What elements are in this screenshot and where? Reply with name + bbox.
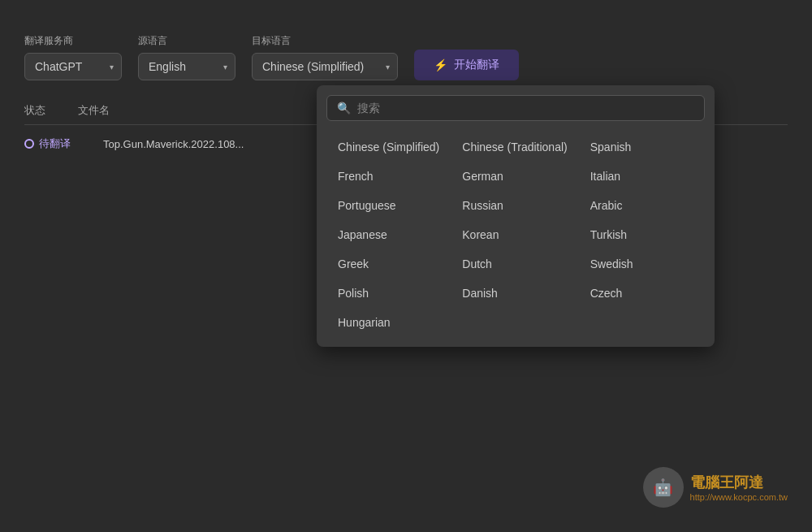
col-status-header: 状态 [24,103,45,118]
language-item[interactable]: Japanese [326,220,451,249]
start-translation-button[interactable]: ⚡ 开始翻译 [414,50,519,80]
source-language-label: 源语言 [138,34,235,48]
search-box: 🔍 [326,95,705,121]
language-item[interactable]: Turkish [579,220,702,249]
language-item[interactable]: Swedish [579,249,702,279]
provider-label: 翻译服务商 [24,34,122,48]
source-language-select[interactable]: English [138,53,235,80]
source-language-field-group: 源语言 English ▾ [138,34,235,80]
search-icon: 🔍 [337,102,351,115]
top-bar: 翻译服务商 ChatGPT ▾ 源语言 English ▾ 目标语言 [24,34,788,80]
col-filename-header: 文件名 [78,103,110,118]
language-item[interactable]: Chinese (Simplified) [326,132,451,162]
watermark-text-block: 電腦王阿達 http://www.kocpc.com.tw [690,473,788,502]
language-item[interactable]: Spanish [579,132,702,162]
target-language-field-group: 目标语言 Chinese (Simplified) ▾ [252,34,398,80]
language-item[interactable]: French [326,162,451,191]
language-item[interactable]: Korean [451,220,578,249]
target-language-label: 目标语言 [252,34,398,48]
provider-field-group: 翻译服务商 ChatGPT ▾ [24,34,122,80]
watermark-logo: 🤖 [643,467,684,508]
language-item[interactable]: Russian [451,191,578,220]
language-search-input[interactable] [357,102,694,115]
status-circle-icon [24,139,34,149]
language-item[interactable]: Danish [451,279,578,308]
provider-select-wrapper: ChatGPT ▾ [24,53,122,80]
source-language-select-wrapper: English ▾ [138,53,235,80]
filename-text: Top.Gun.Maverick.2022.108... [103,138,244,150]
bolt-icon: ⚡ [434,58,447,71]
language-item[interactable]: Chinese (Traditional) [451,132,578,162]
watermark: 🤖 電腦王阿達 http://www.kocpc.com.tw [643,467,788,508]
language-dropdown: 🔍 Chinese (Simplified)Chinese (Tradition… [317,85,715,347]
language-item[interactable]: Dutch [451,249,578,279]
provider-select[interactable]: ChatGPT [24,53,122,80]
start-button-label: 开始翻译 [454,58,499,72]
language-item[interactable]: Greek [326,249,451,279]
status-badge: 待翻译 [24,136,71,151]
language-item[interactable]: German [451,162,578,191]
language-item[interactable]: Polish [326,279,451,308]
language-item[interactable]: Italian [579,162,702,191]
language-item[interactable]: Arabic [579,191,702,220]
status-text: 待翻译 [39,136,71,151]
language-item[interactable]: Czech [579,279,702,308]
language-item[interactable]: Portuguese [326,191,451,220]
language-grid: Chinese (Simplified)Chinese (Traditional… [326,132,705,337]
watermark-url: http://www.kocpc.com.tw [690,492,788,502]
target-language-select-wrapper: Chinese (Simplified) ▾ [252,53,398,80]
language-item[interactable]: Hungarian [326,308,451,337]
target-language-select[interactable]: Chinese (Simplified) [252,53,398,80]
app-container: 翻译服务商 ChatGPT ▾ 源语言 English ▾ 目标语言 [0,0,812,532]
watermark-title: 電腦王阿達 [690,473,788,492]
